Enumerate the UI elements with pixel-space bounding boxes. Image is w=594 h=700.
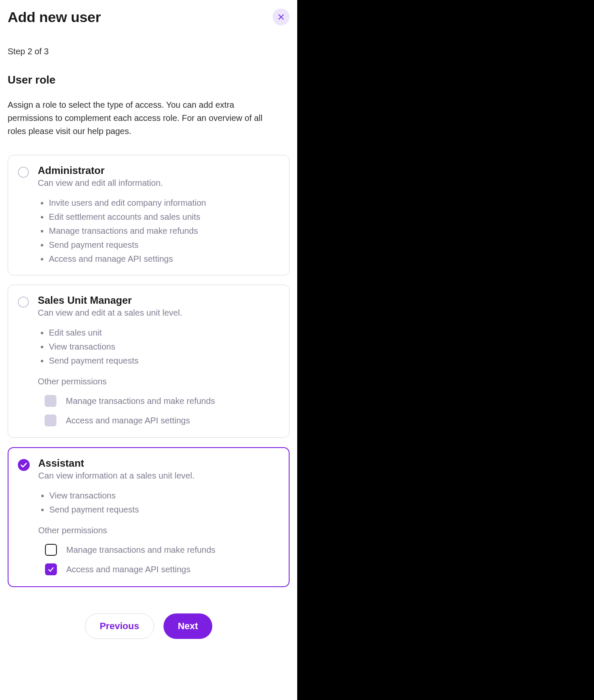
role-subtitle: Can view and edit all information. (38, 178, 280, 188)
role-card-sales-unit-manager[interactable]: Sales Unit Manager Can view and edit at … (8, 285, 290, 438)
role-bullet: Edit sales unit (49, 328, 280, 338)
next-button[interactable]: Next (163, 613, 213, 639)
checkbox-disabled-icon (45, 414, 56, 426)
permission-row: Manage transactions and make refunds (45, 544, 279, 556)
svg-point-4 (18, 459, 30, 471)
role-bullet: Send payment requests (49, 356, 280, 366)
role-bullet-list: Edit sales unit View transactions Send p… (38, 328, 280, 366)
previous-button[interactable]: Previous (85, 613, 154, 639)
role-bullet: View transactions (49, 342, 280, 352)
footer: Previous Next (8, 613, 290, 639)
permission-label: Access and manage API settings (66, 416, 190, 426)
close-button[interactable] (273, 8, 290, 25)
permission-row: Manage transactions and make refunds (45, 395, 280, 407)
permission-row: Access and manage API settings (45, 563, 279, 575)
role-bullet: Edit settlement accounts and sales units (49, 212, 280, 222)
panel-title: Add new user (8, 9, 101, 25)
role-name: Administrator (38, 165, 280, 176)
role-bullet: Access and manage API settings (49, 254, 280, 264)
modal-backdrop (297, 0, 594, 700)
checkbox-unchecked-icon[interactable] (45, 544, 57, 556)
role-subtitle: Can view information at a sales unit lev… (38, 471, 279, 481)
role-card-assistant[interactable]: Assistant Can view information at a sale… (8, 447, 290, 587)
radio-unchecked-icon[interactable] (17, 296, 29, 308)
role-body: Sales Unit Manager Can view and edit at … (38, 294, 280, 426)
radio-checked-icon[interactable] (18, 459, 30, 471)
other-permissions-label: Other permissions (38, 526, 279, 535)
role-body: Assistant Can view information at a sale… (38, 457, 279, 575)
step-indicator: Step 2 of 3 (8, 47, 290, 56)
role-bullet: Send payment requests (49, 240, 280, 250)
permission-row: Access and manage API settings (45, 414, 280, 426)
permission-label: Access and manage API settings (66, 565, 190, 574)
checkbox-checked-icon[interactable] (45, 563, 57, 575)
permission-label: Manage transactions and make refunds (66, 545, 215, 555)
svg-point-3 (18, 297, 28, 307)
svg-point-2 (18, 167, 28, 177)
add-user-panel: Add new user Step 2 of 3 User role Assig… (0, 0, 297, 700)
role-bullet-list: View transactions Send payment requests (38, 491, 279, 515)
section-title: User role (8, 73, 290, 87)
role-card-administrator[interactable]: Administrator Can view and edit all info… (8, 155, 290, 275)
role-body: Administrator Can view and edit all info… (38, 165, 280, 264)
role-bullet: Manage transactions and make refunds (49, 226, 280, 236)
role-bullet-list: Invite users and edit company informatio… (38, 198, 280, 264)
section-description: Assign a role to select the type of acce… (8, 98, 271, 138)
panel-header: Add new user (8, 8, 290, 25)
other-permissions-label: Other permissions (38, 377, 280, 386)
close-icon (277, 13, 285, 21)
radio-unchecked-icon[interactable] (17, 166, 29, 178)
role-bullet: Invite users and edit company informatio… (49, 198, 280, 208)
role-name: Sales Unit Manager (38, 294, 280, 306)
role-subtitle: Can view and edit at a sales unit level. (38, 308, 280, 318)
checkbox-disabled-icon (45, 395, 56, 407)
role-name: Assistant (38, 457, 279, 469)
role-bullet: View transactions (49, 491, 279, 501)
role-bullet: Send payment requests (49, 505, 279, 515)
permission-label: Manage transactions and make refunds (66, 396, 215, 406)
